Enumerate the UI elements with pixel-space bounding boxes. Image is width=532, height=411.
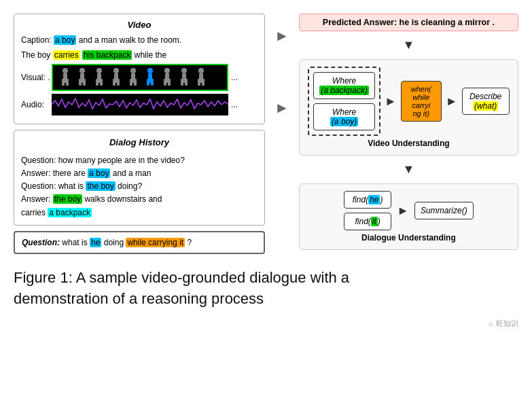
node-find-he: find(he) [344,191,391,209]
middle-arrows: ► ► [272,14,292,117]
audio-row: Audio: ... [21,94,258,115]
svg-point-24 [164,68,170,73]
video-strip [52,64,228,91]
graph-nodes-dialog: find(he) find(it) ► Summarize() [306,191,511,230]
dialog-box: Dialog History Question: how many people… [14,130,265,226]
svg-point-16 [130,68,136,73]
svg-rect-3 [66,79,69,86]
arrow-down-top: ▼ [299,38,518,52]
svg-point-8 [96,68,102,73]
predicted-text: he is cleaning a mirror . [400,18,495,27]
figure-caption: Figure 1: A sample video-grounded dialog… [14,268,518,310]
svg-rect-34 [198,79,200,86]
svg-rect-30 [181,79,183,86]
svg-rect-14 [113,79,116,86]
hl-abackpack2: a backpack [48,208,92,217]
caption-label: Caption: a boy and a man walk to the roo… [21,35,181,45]
svg-rect-35 [202,79,205,86]
dialog-title: Dialog History [21,136,258,150]
watermark-icon: ☼ [487,319,496,327]
video-understanding-title: Video Understanding [306,139,511,148]
dialogue-understanding-graph: find(he) find(it) ► Summarize() Dialogue… [299,183,518,250]
question-doing: doing [104,238,126,247]
graph-nodes-video: Where(a backpack) Where(a boy) ► when(wh… [306,67,511,136]
svg-point-4 [79,68,85,73]
find-it-text: find(it) [355,217,380,226]
svg-rect-6 [79,79,82,86]
top-section: Video Caption: a boy and a man walk to t… [14,14,518,254]
summarize-text: Summarize() [421,206,467,215]
question-mark: ? [187,238,192,247]
node-summarize: Summarize() [414,202,474,219]
find-nodes-container: find(he) find(it) [344,191,391,230]
svg-rect-11 [100,79,103,86]
arrow-right-bottom: ► [274,99,289,117]
svg-rect-18 [130,79,132,86]
dialogue-understanding-title: Dialogue Understanding [306,233,511,243]
left-panel: Video Caption: a boy and a man walk to t… [14,14,265,254]
hl-backpack: his backpack [82,50,132,60]
hl-carries: carries [53,50,80,60]
question-what: what is [62,238,90,247]
the-boy-text: The boy [21,50,53,60]
predicted-label: Predicted Answer: [323,18,400,27]
visual-row: Visual: . [21,64,258,91]
video-box: Video Caption: a boy and a man walk to t… [14,14,265,124]
svg-rect-19 [134,79,137,86]
visual-dots: ... [231,73,238,82]
node-find-it: find(it) [344,213,391,230]
where-nodes-container: Where(a backpack) Where(a boy) [308,67,380,136]
dialog-line1: Question: how many people are in the vid… [21,154,258,167]
watermark: ☼ 旺知识 [14,319,518,329]
video-understanding-graph: Where(a backpack) Where(a boy) ► when(wh… [299,59,518,156]
svg-point-28 [181,68,187,73]
svg-rect-26 [164,79,166,86]
right-panel: Predicted Answer: he is cleaning a mirro… [299,14,518,250]
waveform-svg [52,94,228,115]
svg-rect-7 [83,79,86,86]
arrow-down-bottom: ▼ [299,162,518,177]
svg-rect-2 [62,79,65,86]
arrow-to-when: ► [385,94,397,109]
caption-text: Caption: a boy and a man walk to the roo… [21,34,258,46]
arrow-right-top: ► [274,27,289,45]
video-silhouettes-svg [55,65,225,90]
hl-aboy: a boy [88,168,110,178]
main-container: Video Caption: a boy and a man walk to t… [14,14,518,329]
audio-strip [52,94,228,115]
dialog-line5: carries a backpack [21,207,258,219]
node-where-backpack: Where(a backpack) [313,72,375,99]
svg-point-12 [113,68,119,73]
question-label: Question: [22,238,60,247]
caption-line2: The boy carries his backpack while the [21,49,258,61]
watermark-text: 旺知识 [496,319,518,327]
svg-point-20 [147,68,153,73]
visual-label: Visual: . [21,73,52,82]
find-he-text: find(he) [353,195,383,204]
arrow-to-describe: ► [446,94,458,109]
hl-he: he [90,238,101,247]
svg-rect-15 [117,79,120,86]
audio-dots: ... [231,100,238,109]
audio-label: Audio: [21,100,52,109]
hl-theboy3: the boy [53,194,82,204]
dialog-line3: Question: what is the boy doing? [21,180,258,193]
svg-rect-22 [147,79,149,86]
figure-caption-line2: demonstration of a reasoning process [14,289,518,310]
figure-caption-line1: Figure 1: A sample video-grounded dialog… [14,268,518,289]
question-box: Question: what is he doing while carryin… [14,231,265,254]
hl-boy-1: a boy [54,35,76,45]
hl-theboy2: the boy [86,181,115,191]
video-title: Video [21,20,258,30]
dialog-line2: Answer: there are a boy and a man [21,167,258,180]
predicted-answer-box: Predicted Answer: he is cleaning a mirro… [299,14,518,31]
node-when-while: when(whilecarrying it) [401,81,442,122]
where-backpack-text: Where(a backpack) [319,76,369,95]
hl-while-carrying: while carrying it [126,238,185,247]
node-describe: Describe(what) [462,88,510,115]
dialog-line4: Answer: the boy walks downstairs and [21,193,258,206]
svg-rect-10 [96,79,99,86]
svg-rect-27 [168,79,171,86]
svg-rect-23 [151,79,154,86]
arrow-to-summarize: ► [397,204,409,218]
